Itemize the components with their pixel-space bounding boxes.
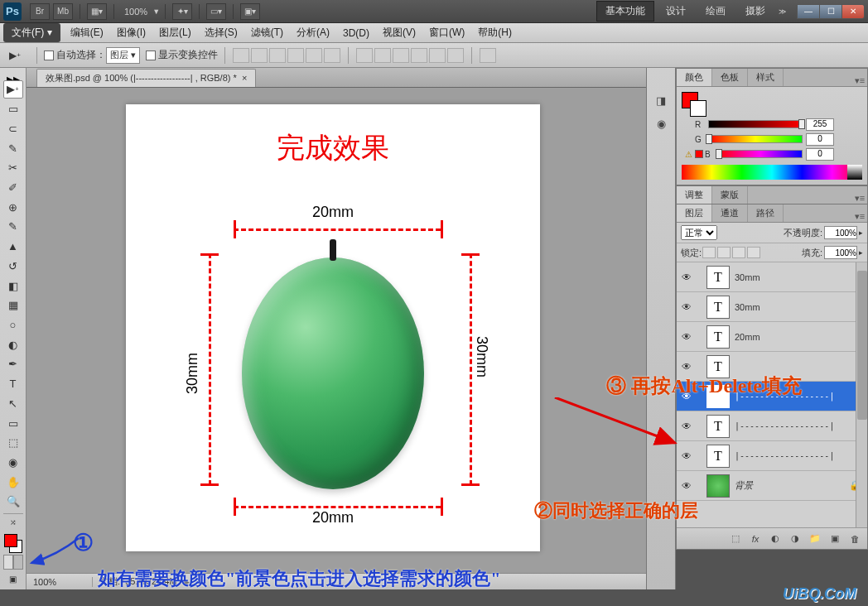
workspace-photography[interactable]: 摄影: [737, 2, 774, 21]
visibility-icon[interactable]: 👁: [678, 480, 695, 492]
shape-tool[interactable]: ▭: [3, 414, 23, 432]
layer-row[interactable]: 👁T|------------------|: [677, 441, 867, 471]
layer-row[interactable]: 👁背景🔒: [677, 471, 867, 501]
layer-row[interactable]: 👁T30mm: [677, 262, 867, 292]
quickmask-toggle[interactable]: [3, 555, 23, 570]
distribute-icon[interactable]: [356, 48, 373, 63]
layer-row[interactable]: 👁T30mm: [677, 292, 867, 322]
menu-view[interactable]: 视图(V): [376, 26, 422, 40]
toolbox-handle[interactable]: ▸▸: [2, 71, 24, 79]
color-spectrum[interactable]: [682, 165, 862, 180]
b-slider[interactable]: [718, 150, 803, 158]
layer-row[interactable]: 👁T|------------------|: [677, 411, 867, 441]
panel-menu-icon[interactable]: ▾≡: [852, 75, 867, 86]
history-brush-tool[interactable]: ↺: [3, 257, 23, 276]
3dcam-tool[interactable]: ◉: [3, 454, 23, 472]
align-icon[interactable]: [306, 48, 322, 63]
align-icon[interactable]: [233, 48, 249, 63]
tab-swatches[interactable]: 色板: [712, 69, 748, 86]
screen-mode-button[interactable]: ▣▾: [240, 3, 260, 20]
color-swatches[interactable]: [2, 532, 24, 554]
lasso-tool[interactable]: ⊂: [3, 119, 23, 137]
hand-tool[interactable]: ✋: [3, 473, 23, 491]
hand-shortcut[interactable]: ✦▾: [172, 3, 192, 20]
align-icon[interactable]: [287, 48, 304, 63]
menu-window[interactable]: 窗口(W): [422, 26, 471, 40]
tab-color[interactable]: 颜色: [677, 69, 712, 86]
align-icon[interactable]: [251, 48, 268, 63]
lock-pixels-icon[interactable]: [717, 247, 731, 258]
menu-filter[interactable]: 滤镜(T): [244, 26, 290, 40]
move-tool[interactable]: ▶+: [3, 80, 23, 99]
collapsed-panel-icon[interactable]: ◉: [649, 113, 673, 134]
panel-menu-icon[interactable]: ▾≡: [852, 211, 867, 222]
visibility-icon[interactable]: 👁: [678, 272, 695, 283]
quickselect-tool[interactable]: ✎: [3, 139, 23, 157]
opacity-input[interactable]: [824, 226, 857, 239]
eraser-tool[interactable]: ◧: [3, 277, 23, 295]
fx-icon[interactable]: fx: [746, 531, 764, 546]
3d-tool[interactable]: ⬚: [3, 434, 23, 452]
menu-image[interactable]: 图像(I): [110, 26, 152, 40]
g-slider[interactable]: [708, 135, 803, 143]
bridge-button[interactable]: Br: [30, 3, 50, 20]
menu-layer[interactable]: 图层(L): [152, 26, 198, 40]
foreground-color[interactable]: [4, 534, 17, 547]
fill-input[interactable]: [824, 246, 857, 259]
document-tab[interactable]: 效果图.psd @ 100% (|------------------| , R…: [36, 69, 256, 87]
tab-layers[interactable]: 图层: [677, 204, 712, 222]
tab-styles[interactable]: 样式: [748, 69, 784, 86]
path-tool[interactable]: ↖: [3, 395, 23, 413]
workspace-design[interactable]: 设计: [658, 2, 694, 21]
tab-adjustments[interactable]: 调整: [677, 186, 712, 204]
distribute-icon[interactable]: [374, 48, 391, 63]
lock-all-icon[interactable]: [747, 247, 760, 258]
menu-analysis[interactable]: 分析(A): [290, 26, 336, 40]
view-extras-button[interactable]: ▦▾: [87, 3, 107, 20]
lock-transparency-icon[interactable]: [702, 247, 716, 258]
visibility-icon[interactable]: 👁: [678, 421, 695, 432]
menu-edit[interactable]: 编辑(E): [64, 26, 110, 40]
type-tool[interactable]: T: [3, 375, 23, 393]
eyedropper-tool[interactable]: ✐: [3, 179, 23, 197]
extra-icon[interactable]: [480, 48, 496, 63]
zoom-tool[interactable]: 🔍: [3, 493, 23, 511]
workspace-essentials[interactable]: 基本功能: [596, 1, 654, 22]
collapsed-panel-icon[interactable]: ◨: [649, 89, 673, 111]
new-layer-icon[interactable]: ▣: [826, 531, 844, 546]
distribute-icon[interactable]: [411, 48, 427, 63]
align-icon[interactable]: [324, 48, 340, 63]
zoom-level[interactable]: 100%: [124, 7, 147, 17]
group-icon[interactable]: 📁: [806, 531, 824, 546]
layer-row[interactable]: 👁T: [677, 352, 867, 382]
r-value[interactable]: 255: [806, 118, 834, 131]
menu-help[interactable]: 帮助(H): [471, 26, 518, 40]
r-slider[interactable]: [708, 120, 803, 128]
marquee-tool[interactable]: ▭: [3, 100, 23, 118]
menu-file[interactable]: 文件(F) ▾: [3, 23, 60, 42]
panel-menu-icon[interactable]: ▾≡: [852, 193, 867, 204]
tab-paths[interactable]: 路径: [748, 204, 784, 222]
stamp-tool[interactable]: ▲: [3, 238, 23, 256]
distribute-icon[interactable]: [447, 48, 464, 63]
link-layers-icon[interactable]: ⬚: [726, 531, 745, 546]
visibility-icon[interactable]: 👁: [678, 450, 695, 462]
pen-tool[interactable]: ✒: [3, 355, 23, 373]
distribute-icon[interactable]: [429, 48, 446, 63]
distribute-icon[interactable]: [393, 48, 409, 63]
tab-channels[interactable]: 通道: [712, 204, 748, 222]
layer-row[interactable]: 👁T20mm: [677, 322, 867, 352]
adjustment-icon[interactable]: ◑: [786, 531, 804, 546]
mask-icon[interactable]: ◐: [766, 531, 784, 546]
canvas[interactable]: 完成效果 20mm 20mm 30mm 30mm: [126, 104, 540, 551]
visibility-icon[interactable]: 👁: [678, 301, 695, 313]
layer-row[interactable]: 👁T|------------------|: [677, 382, 867, 411]
visibility-icon[interactable]: 👁: [678, 361, 695, 373]
swap-colors-icon[interactable]: ⤮: [3, 517, 23, 528]
menu-3d[interactable]: 3D(D): [336, 27, 376, 39]
workspace-painting[interactable]: 绘画: [697, 2, 734, 21]
arrange-button[interactable]: ▭▾: [206, 3, 226, 20]
status-docinfo[interactable]: 文档:735.4K/2.04M: [93, 575, 184, 588]
showtransform-checkbox[interactable]: [146, 50, 156, 60]
visibility-icon[interactable]: 👁: [678, 331, 695, 343]
